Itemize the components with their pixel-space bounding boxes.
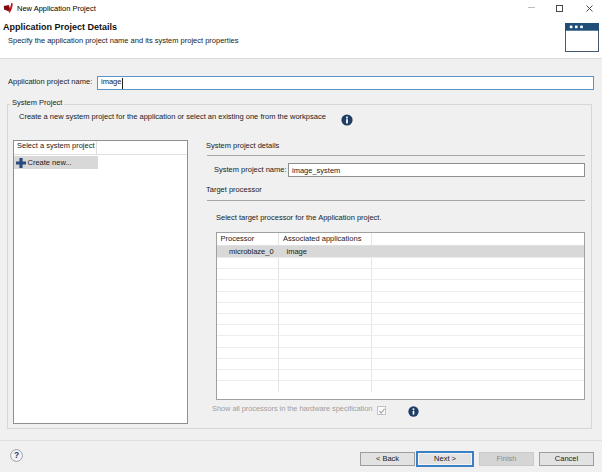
svg-text:?: ? — [14, 450, 19, 460]
